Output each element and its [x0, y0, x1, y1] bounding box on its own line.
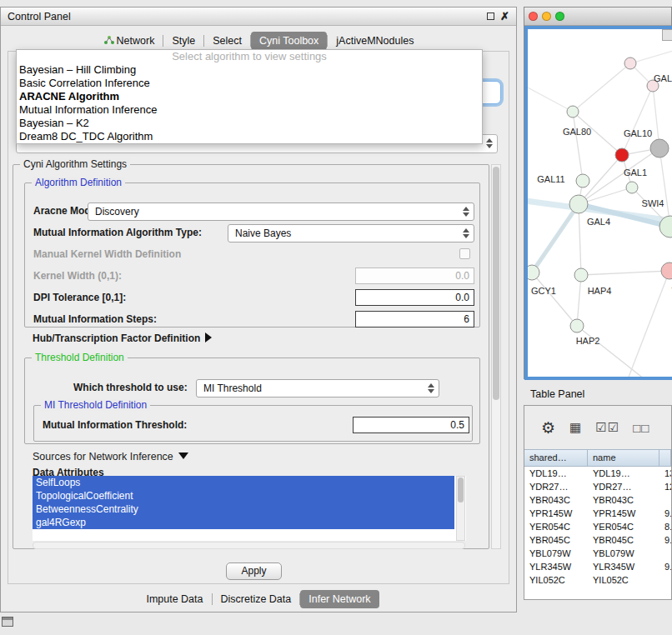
sources-section-toggle[interactable]: Sources for Network Inference — [33, 451, 188, 462]
table-row[interactable]: YLR345WYLR345W9. — [524, 560, 671, 573]
tab-style[interactable]: Style — [163, 32, 203, 50]
column-header[interactable]: name — [588, 450, 659, 466]
network-edge[interactable] — [630, 50, 672, 63]
column-visibility-icon[interactable]: ▦ — [569, 420, 582, 435]
network-edge[interactable] — [573, 112, 583, 181]
apply-button[interactable]: Apply — [226, 562, 282, 580]
combo-arrows-icon — [486, 138, 493, 148]
close-traffic-light-icon[interactable] — [529, 12, 538, 21]
network-node[interactable] — [528, 265, 539, 280]
network-edge[interactable] — [532, 204, 579, 272]
data-attributes-list[interactable]: SelfLoopsTopologicalCoefficientBetweenne… — [33, 476, 466, 541]
node-label: HAP4 — [588, 286, 612, 296]
kernel-width-field[interactable]: 0.0 — [355, 268, 474, 284]
settings-gear-icon[interactable]: ⚙ — [541, 418, 556, 438]
network-edge[interactable] — [528, 88, 573, 112]
tab-jactivemnodules[interactable]: jActiveMNodules — [328, 32, 422, 50]
table-row[interactable]: YER054CYER054C8. — [524, 520, 671, 533]
network-node[interactable] — [567, 106, 579, 118]
network-edge[interactable] — [628, 271, 669, 379]
data-attribute-item[interactable]: BetweennessCentrality — [33, 502, 454, 516]
network-edge[interactable] — [659, 148, 670, 227]
table-row[interactable]: YPR145WYPR145W9. — [524, 507, 671, 520]
network-edge[interactable] — [577, 275, 581, 326]
float-window-icon[interactable] — [487, 12, 494, 20]
select-all-checks-icon[interactable]: ☑☑ — [595, 420, 619, 435]
tab-select[interactable]: Select — [204, 32, 250, 50]
mi-threshold-field[interactable]: 0.5 — [353, 417, 469, 433]
algorithm-option[interactable]: Bayesian – K2 — [17, 117, 482, 130]
table-row[interactable]: YBL079WYBL079W — [524, 547, 671, 560]
close-icon[interactable]: ✗ — [500, 11, 509, 22]
tab-impute-data[interactable]: Impute Data — [138, 590, 211, 608]
table-cell: 12 — [659, 480, 671, 493]
network-window-titlebar[interactable] — [524, 8, 671, 26]
scrollbar-thumb[interactable] — [458, 478, 464, 502]
hub-section-toggle[interactable]: Hub/Transcription Factor Definition — [33, 332, 212, 344]
node-label: GAL — [654, 73, 672, 83]
algorithm-option[interactable]: Mutual Information Inference — [17, 103, 482, 117]
network-node[interactable] — [576, 174, 589, 188]
network-node[interactable] — [626, 182, 638, 193]
zoom-traffic-light-icon[interactable] — [555, 12, 564, 21]
network-edge[interactable] — [579, 204, 581, 275]
network-canvas[interactable]: GALGAL80GAL10GAL11GAL1SWI4GAL4GCY1HAP4YH… — [524, 26, 672, 380]
table-cell: YBR043C — [588, 493, 659, 507]
minimized-panel-icon[interactable] — [2, 617, 13, 627]
algorithm-option[interactable]: Bayesian – Hill Climbing — [17, 63, 482, 77]
network-node[interactable] — [615, 148, 629, 162]
table-row[interactable]: YBR043CYBR043C — [524, 493, 671, 507]
data-attribute-item[interactable]: gal4RGexp — [33, 516, 454, 529]
table-header-row: shared…name — [524, 449, 671, 467]
mi-type-select[interactable]: Naive Bayes — [228, 224, 474, 242]
dpi-tolerance-field[interactable]: 0.0 — [355, 289, 474, 306]
network-node[interactable] — [570, 319, 584, 332]
table-cell: 13 — [659, 467, 671, 480]
control-panel-window: Control Panel ✗ Network Style Select Cyn… — [0, 7, 517, 612]
network-node[interactable] — [624, 58, 636, 69]
minimize-traffic-light-icon[interactable] — [542, 12, 551, 21]
table-cell: YDL19… — [588, 467, 659, 480]
algorithm-definition-group: Algorithm Definition Aracne Mode: Discov… — [24, 182, 480, 328]
popup-placeholder: Select algorithm to view settings — [17, 50, 482, 63]
mi-steps-field[interactable]: 6 — [355, 311, 474, 328]
attributes-list-scrollbar[interactable] — [456, 476, 465, 541]
aracne-mode-select[interactable]: Discovery — [88, 202, 474, 221]
control-panel-titlebar[interactable]: Control Panel ✗ — [1, 8, 516, 26]
table-row[interactable]: YBR045CYBR045C9. — [524, 533, 671, 547]
algorithm-option[interactable]: Dream8 DC_TDC Algorithm — [17, 130, 482, 143]
scrollbar-thumb[interactable] — [493, 167, 499, 400]
tab-network[interactable]: Network — [95, 32, 163, 51]
table-body: YDL19…YDL19…13YDR27…YDR27…12YBR043CYBR04… — [524, 467, 671, 599]
table-panel-title: Table Panel — [530, 388, 584, 400]
network-edge[interactable] — [581, 271, 669, 275]
network-edge[interactable] — [577, 326, 644, 379]
data-attribute-item[interactable]: SelfLoops — [33, 476, 454, 489]
settings-scrollbar[interactable] — [491, 164, 501, 549]
deselect-all-boxes-icon[interactable]: □□ — [633, 421, 649, 435]
network-node[interactable] — [661, 262, 672, 279]
column-header[interactable] — [659, 450, 671, 466]
attributes-horizontal-scrollbar[interactable] — [33, 542, 465, 549]
table-row[interactable]: YIL052CYIL052C — [524, 573, 671, 587]
manual-kernel-label: Manual Kernel Width Definition — [33, 248, 181, 260]
which-threshold-select[interactable]: MI Threshold — [196, 379, 439, 398]
network-edge[interactable] — [622, 86, 653, 155]
manual-kernel-checkbox[interactable] — [459, 248, 470, 259]
data-attribute-item[interactable]: TopologicalCoefficient — [33, 489, 454, 502]
network-node[interactable] — [650, 139, 669, 158]
table-row[interactable]: YDR27…YDR27…12 — [524, 480, 671, 493]
tab-discretize-data[interactable]: Discretize Data — [213, 590, 300, 608]
network-node[interactable] — [574, 268, 588, 282]
algorithm-option[interactable]: Basic Correlation Inference — [17, 77, 482, 90]
table-row[interactable]: YDL19…YDL19…13 — [524, 467, 671, 480]
algorithm-option[interactable]: ARACNE Algorithm — [17, 90, 482, 103]
tab-infer-network[interactable]: Infer Network — [300, 590, 379, 608]
column-header[interactable]: shared… — [524, 450, 588, 466]
tab-cyni-toolbox[interactable]: Cyni Toolbox — [251, 32, 327, 50]
node-label: GAL11 — [537, 174, 564, 184]
network-node[interactable] — [569, 195, 588, 213]
canvas-corner-widget[interactable] — [662, 29, 672, 41]
network-edge[interactable] — [573, 63, 630, 112]
network-edge[interactable] — [532, 272, 577, 326]
